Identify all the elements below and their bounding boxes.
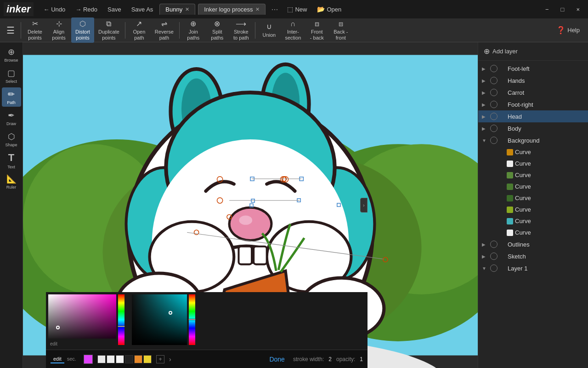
draw-tool[interactable]: ✒ Draw [2,109,21,128]
active-color-swatch[interactable] [84,355,93,364]
join-paths-button[interactable]: ⊕ Join paths [182,17,205,43]
layer-item-carrot[interactable]: ▶ Carrot [478,86,588,98]
layer-item-head[interactable]: ▶ Head [478,110,588,122]
layer-visibility-sketch[interactable] [490,253,498,260]
swatch-1[interactable] [97,355,106,363]
svg-rect-53 [132,294,187,345]
layer-expand-outlines[interactable]: ▶ [482,242,488,247]
shape-tool[interactable]: ⬡ Shape [2,130,21,149]
tab-bunny[interactable]: Bunny ✕ [159,4,195,15]
add-swatch-button[interactable]: + [156,355,164,363]
select-tool[interactable]: ▢ Select [2,66,21,86]
hue-saturation-picker[interactable] [48,294,116,339]
color-row: edit [46,292,368,350]
swatch-5[interactable] [134,355,142,363]
save-as-button[interactable]: Save As [128,5,157,14]
layer-visibility-foot-left[interactable] [490,65,498,72]
panel-collapse-button[interactable]: › [360,198,368,213]
tab-sec[interactable]: sec. [64,355,79,363]
help-icon: ❓ [556,26,565,34]
layer-name-layer1: Layer 1 [508,265,584,272]
layer-expand-foot-right[interactable]: ▶ [482,102,488,107]
layer-expand-sketch[interactable]: ▶ [482,254,488,259]
distort-points-button[interactable]: ⬡ Distort points [71,17,94,43]
swatch-2[interactable] [107,355,115,363]
undo-button[interactable]: ← Undo [40,5,69,14]
tab-close-logo[interactable]: ✕ [255,6,260,12]
layer-item-curve3[interactable]: Curve [478,169,588,181]
layer-item-outlines[interactable]: ▶ Outlines [478,238,588,250]
tab-edit[interactable]: edit [51,355,64,363]
layer-item-curve2[interactable]: Curve [478,158,588,169]
layer-item-curve4[interactable]: Curve [478,181,588,192]
text-tool[interactable]: T Text [2,151,21,170]
swatch-6[interactable] [143,355,152,363]
stroke-to-path-button[interactable]: ⟶ Stroke to path [230,17,253,43]
front-back-button[interactable]: ⧈ Front - back [305,17,328,43]
ruler-tool[interactable]: 📐 Ruler [2,172,21,191]
layer-visibility-layer1[interactable] [490,264,498,272]
layer-expand-body[interactable]: ▶ [482,126,488,131]
layer-expand-head[interactable]: ▶ [482,114,488,119]
swatch-4[interactable] [125,355,133,363]
cyan-saturation-picker[interactable] [132,294,187,345]
menu-button[interactable]: ☰ [3,23,18,38]
swatch-3[interactable] [116,355,124,363]
hue-strip-1[interactable] [118,294,124,345]
intersection-button[interactable]: ∩ Inter- section [282,17,305,43]
layer-item-curve8[interactable]: Curve [478,227,588,238]
open-path-button[interactable]: ↗ Open path [128,17,151,43]
layer-expand-layer1[interactable]: ▼ [482,266,488,271]
draw-icon: ✒ [8,110,15,121]
save-button[interactable]: Save [104,5,125,14]
layer-item-sketch[interactable]: ▶ Sketch [478,250,588,262]
close-button[interactable]: × [571,4,584,15]
toolbar-sep2 [125,22,125,39]
layer-visibility-outlines[interactable] [490,241,498,248]
left-sidebar: ⊕ Browse ▢ Select ✏ Path ✒ Draw ⬡ Shape … [0,42,23,368]
hue-strip-2[interactable] [189,294,195,345]
layer-visibility-hands[interactable] [490,77,498,84]
browse-tool[interactable]: ⊕ Browse [2,45,21,64]
minimize-button[interactable]: − [541,4,554,15]
layer-item-background[interactable]: ▼ Background [478,134,588,146]
layer-visibility-carrot[interactable] [490,89,498,96]
add-layer-button[interactable]: ⊕ Add layer [484,47,518,56]
union-button[interactable]: ∪ Union [258,20,281,40]
layer-item-foot-left[interactable]: ▶ Foot-left [478,63,588,75]
layer-visibility-head[interactable] [490,113,498,120]
layer-visibility-body[interactable] [490,125,498,132]
open-button[interactable]: 📂 Open [313,4,345,14]
layer-item-curve6[interactable]: Curve [478,204,588,215]
layer-expand-background[interactable]: ▼ [482,138,488,143]
align-points-icon: ⊹ [56,19,62,28]
done-button[interactable]: Done [266,354,288,365]
scroll-swatches-button[interactable]: › [169,356,171,363]
path-tool[interactable]: ✏ Path [2,87,21,107]
layer-expand-foot-left[interactable]: ▶ [482,66,488,71]
layer-visibility-foot-right[interactable] [490,101,498,108]
layer-item-curve1[interactable]: Curve [478,146,588,158]
new-button[interactable]: ⬚ New [283,4,311,14]
align-points-button[interactable]: ⊹ Align points [47,17,70,43]
layer-visibility-background[interactable] [490,137,498,144]
layer-name-background: Background [508,137,584,144]
reverse-path-button[interactable]: ⇌ Reverse path [152,17,177,43]
duplicate-points-button[interactable]: ⧉ Duplicate points [95,17,123,43]
layer-item-body[interactable]: ▶ Body [478,122,588,134]
restore-button[interactable]: □ [556,4,569,15]
layer-item-curve5[interactable]: Curve [478,192,588,204]
layer-expand-hands[interactable]: ▶ [482,78,488,83]
redo-button[interactable]: → Redo [72,5,101,14]
delete-points-button[interactable]: ✂ Delete points [23,17,46,43]
layer-item-hands[interactable]: ▶ Hands [478,75,588,86]
layer-expand-carrot[interactable]: ▶ [482,90,488,95]
tab-close-bunny[interactable]: ✕ [185,6,189,12]
tab-logo-process[interactable]: Inker logo process ✕ [198,4,266,15]
help-button[interactable]: ❓ Help [551,24,585,36]
layer-item-curve7[interactable]: Curve [478,215,588,227]
back-front-button[interactable]: ⧇ Back - front [329,17,352,43]
split-paths-button[interactable]: ⊗ Split paths [206,17,229,43]
layer-item-foot-right[interactable]: ▶ Foot-right [478,98,588,110]
layer-item-layer1[interactable]: ▼ Layer 1 [478,262,588,274]
